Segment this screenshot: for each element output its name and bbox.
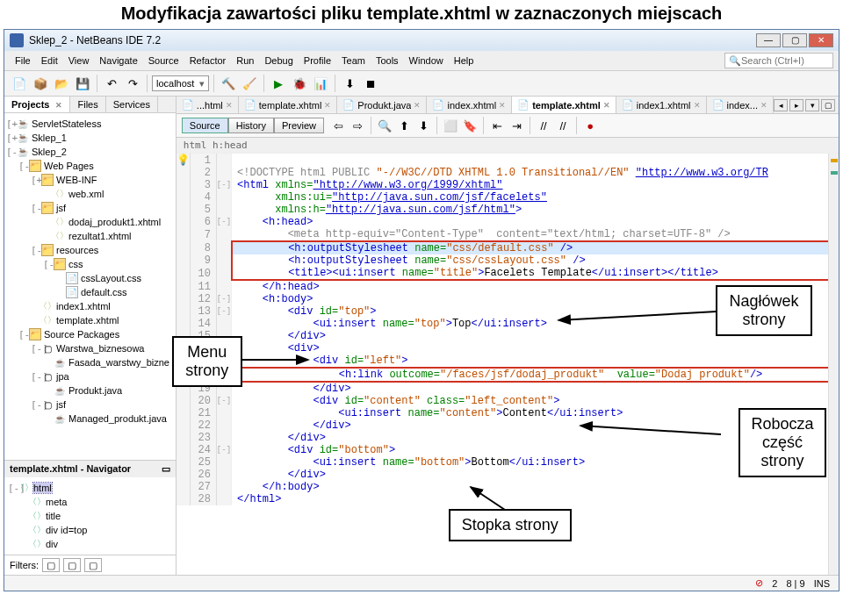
- navigator-minimize-icon[interactable]: ▭: [162, 463, 170, 475]
- side-tab-files[interactable]: Files: [70, 97, 105, 112]
- find-next-button[interactable]: ⬇: [414, 117, 432, 134]
- menu-item-navigate[interactable]: Navigate: [94, 54, 142, 68]
- menu-item-window[interactable]: Window: [404, 54, 449, 68]
- tree-item[interactable]: 📄default.css: [6, 285, 174, 299]
- tree-item[interactable]: [-]▢jpa: [6, 369, 174, 383]
- side-tab-projects[interactable]: Projects ✕: [4, 97, 70, 112]
- new-file-button[interactable]: 📄: [10, 74, 29, 93]
- menu-item-source[interactable]: Source: [143, 54, 184, 68]
- editor-breadcrumb[interactable]: html h:head: [177, 138, 839, 154]
- close-tab-icon[interactable]: ✕: [603, 101, 610, 110]
- toggle-highlight-button[interactable]: ⬜: [442, 117, 459, 134]
- tree-item[interactable]: [+]☕Sklep_1: [6, 131, 174, 145]
- tree-item[interactable]: [+]📁WEB-INF: [6, 173, 174, 187]
- ok-mark[interactable]: [831, 171, 838, 175]
- global-search[interactable]: 🔍: [724, 53, 833, 68]
- tree-item[interactable]: [+]☕ServletStateless: [6, 117, 174, 131]
- navigator-tree[interactable]: [-]〈〉html〈〉meta〈〉title〈〉div id=top〈〉div: [4, 477, 176, 555]
- code-line[interactable]: 7 <meta http-equiv="Content-Type" conten…: [177, 228, 838, 241]
- view-button-source[interactable]: Source: [182, 118, 228, 133]
- code-line[interactable]: 28</html>: [177, 493, 838, 505]
- menu-item-run[interactable]: Run: [231, 54, 259, 68]
- undo-button[interactable]: ↶: [102, 74, 121, 93]
- search-input[interactable]: [741, 55, 829, 66]
- navigator-item[interactable]: [-]〈〉html: [8, 481, 172, 495]
- code-line[interactable]: 20[-] <div id="content" class="left_cont…: [177, 395, 838, 407]
- tree-item[interactable]: [-]📁Web Pages: [6, 159, 174, 173]
- tree-item[interactable]: [-]▢Warstwa_biznesowa: [6, 341, 174, 355]
- menu-item-view[interactable]: View: [63, 54, 95, 68]
- tree-item[interactable]: ☕Produkt.java: [6, 383, 174, 398]
- attach-debugger-button[interactable]: ⬇: [340, 74, 359, 93]
- code-line[interactable]: 2<!DOCTYPE html PUBLIC "-//W3C//DTD XHTM…: [177, 167, 838, 179]
- navigator-item[interactable]: 〈〉title: [8, 509, 172, 523]
- error-stripe[interactable]: [828, 154, 839, 575]
- toggle-bookmark-button[interactable]: 🔖: [461, 117, 479, 134]
- view-button-preview[interactable]: Preview: [274, 118, 324, 133]
- close-tab-icon[interactable]: ✕: [499, 101, 506, 110]
- tree-item[interactable]: 〈〉template.xhtml: [6, 313, 174, 327]
- tree-item[interactable]: 〈〉dodaj_produkt1.xhtml: [6, 215, 174, 229]
- stop-button[interactable]: ⏹: [361, 74, 380, 93]
- close-tab-icon[interactable]: ✕: [324, 101, 331, 110]
- filter-button-3[interactable]: ▢: [84, 558, 102, 572]
- tree-item[interactable]: [-]📁Source Packages: [6, 327, 174, 341]
- menu-item-team[interactable]: Team: [336, 54, 371, 68]
- filter-button-1[interactable]: ▢: [42, 558, 60, 572]
- editor-tab[interactable]: 📄template.xhtml✕: [239, 97, 338, 113]
- code-line[interactable]: 27 </h:body>: [177, 481, 838, 493]
- editor-tab[interactable]: 📄index...✕: [707, 97, 774, 113]
- close-tab-icon[interactable]: ✕: [694, 101, 701, 110]
- menu-item-debug[interactable]: Debug: [259, 54, 298, 68]
- filter-button-2[interactable]: ▢: [63, 558, 81, 572]
- tree-item[interactable]: [-]📁css: [6, 257, 174, 271]
- menu-item-edit[interactable]: Edit: [36, 54, 63, 68]
- nav-back-button[interactable]: ⇦: [329, 117, 347, 134]
- tree-item[interactable]: 〈〉web.xml: [6, 187, 174, 201]
- editor-tab[interactable]: 📄...html✕: [177, 97, 239, 113]
- menu-item-tools[interactable]: Tools: [371, 54, 404, 68]
- shift-left-button[interactable]: ⇤: [488, 117, 506, 134]
- code-line[interactable]: 16[-] <div>: [177, 342, 838, 355]
- run-button[interactable]: ▶: [269, 74, 288, 93]
- warning-mark[interactable]: [831, 159, 838, 162]
- tree-item[interactable]: ☕Fasada_warstwy_bizne: [6, 355, 174, 369]
- tablist-dropdown-button[interactable]: ▾: [805, 99, 819, 111]
- code-line[interactable]: 4 xmlns:ui="http://java.sun.com/jsf/face…: [177, 191, 838, 204]
- editor-tab[interactable]: 📄Produkt.java✕: [337, 97, 427, 113]
- tree-item[interactable]: [-]▢jsf: [6, 398, 174, 412]
- config-combo[interactable]: localhost: [152, 75, 209, 91]
- clean-build-button[interactable]: 🧹: [240, 74, 259, 93]
- code-line[interactable]: 9 <h:outputStylesheet name="css/cssLayou…: [177, 254, 838, 267]
- menu-item-file[interactable]: File: [10, 54, 36, 68]
- navigator-item[interactable]: 〈〉div id=top: [8, 523, 172, 537]
- find-button[interactable]: 🔍: [376, 117, 393, 134]
- menu-item-help[interactable]: Help: [449, 54, 479, 68]
- tree-item[interactable]: 〈〉index1.xhtml: [6, 299, 174, 313]
- close-button[interactable]: ✕: [809, 33, 833, 47]
- nav-fwd-button[interactable]: ⇨: [349, 117, 366, 134]
- side-tab-services[interactable]: Services: [106, 97, 158, 112]
- editor-tab[interactable]: 📄index1.xhtml✕: [616, 97, 707, 113]
- shift-right-button[interactable]: ⇥: [508, 117, 525, 134]
- comment-button[interactable]: //: [535, 117, 552, 134]
- redo-button[interactable]: ↷: [123, 74, 142, 93]
- navigator-item[interactable]: 〈〉meta: [8, 495, 172, 509]
- save-all-button[interactable]: 💾: [73, 74, 92, 93]
- close-tab-icon[interactable]: ✕: [226, 101, 233, 110]
- code-line[interactable]: 6[-] <h:head>: [177, 216, 838, 228]
- editor-tab[interactable]: 📄template.xhtml✕: [512, 97, 616, 113]
- debug-button[interactable]: 🐞: [290, 74, 309, 93]
- macro-record-button[interactable]: ●: [581, 117, 599, 134]
- tree-item[interactable]: 📄cssLayout.css: [6, 271, 174, 285]
- uncomment-button[interactable]: //: [554, 117, 572, 134]
- find-prev-button[interactable]: ⬆: [395, 117, 413, 134]
- code-line[interactable]: 💡1: [177, 154, 838, 167]
- close-tab-icon[interactable]: ✕: [760, 101, 767, 110]
- code-line[interactable]: 3[-]<html xmlns="http://www.w3.org/1999/…: [177, 179, 838, 191]
- code-line[interactable]: 8 <h:outputStylesheet name="css/default.…: [177, 241, 838, 254]
- code-line[interactable]: 18 <h:link outcome="/faces/jsf/dodaj_pro…: [177, 368, 838, 382]
- build-button[interactable]: 🔨: [219, 74, 238, 93]
- tree-item[interactable]: [-]📁jsf: [6, 201, 174, 215]
- code-line[interactable]: 5 xmlns:h="http://java.sun.com/jsf/html"…: [177, 204, 838, 216]
